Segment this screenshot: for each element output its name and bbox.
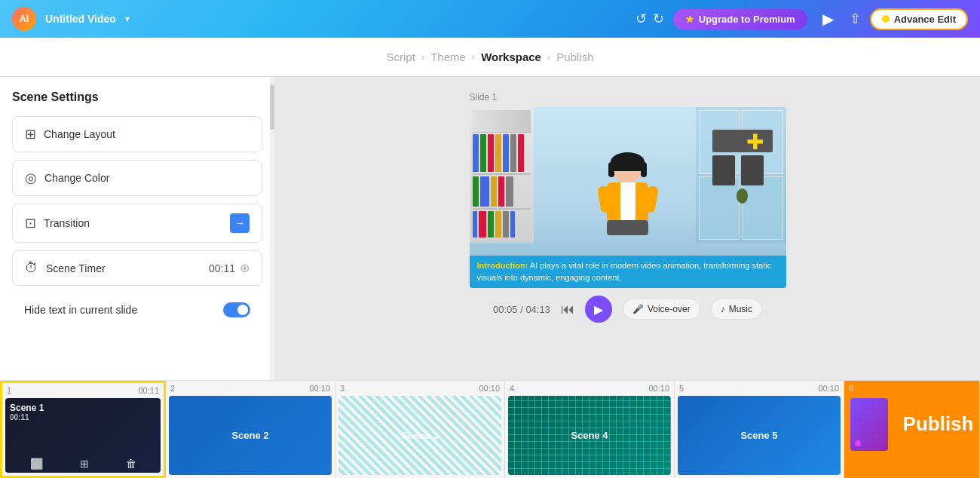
bookshelf-element [470,107,534,243]
color-icon: ◎ [25,170,37,186]
scene-4-thumb: Scene 4 [508,396,671,475]
scene-2-num: 2 [170,384,175,393]
hide-text-toggle[interactable] [223,302,250,317]
scene-6-num: 6 [849,384,853,393]
slide-frame: ✚ Introduction: AI plays a vital role in… [470,107,786,288]
share-button[interactable]: ⇧ [850,11,861,27]
nav-chevron-2: › [472,51,475,63]
nav-chevron-1: › [421,51,424,63]
slide-container: Slide 1 [470,92,786,323]
publish-label: Publish [903,412,974,436]
furniture-element [712,130,773,204]
timeline: 1 00:11 Scene 1 00:11 ⬜ ⊞ 🗑 2 00:10 Scen… [0,380,980,478]
music-button[interactable]: ♪ Music [711,299,762,320]
timeline-scene-2[interactable]: 2 00:10 Scene 2 [166,381,335,478]
undo-redo-controls: ↺ ↻ [635,11,664,27]
star-icon: ★ [685,14,694,25]
share-icon: ⇧ [850,11,861,26]
timer-value: 00:11 [209,262,235,274]
caption-intro: Introduction: [477,261,528,270]
app-title: Untitled Video [45,13,116,25]
sidebar-scrollbar[interactable] [270,77,274,380]
nav-workspace[interactable]: Workspace [481,51,541,63]
scene-3-time: 00:10 [479,384,500,393]
scene-3-thumb: Scene 3 [338,396,501,475]
caption-bar: Introduction: AI plays a vital role in m… [470,256,786,288]
scene-1-copy-button[interactable]: ⬜ [30,458,43,470]
nav-publish[interactable]: Publish [556,51,593,63]
undo-button[interactable]: ↺ [635,11,647,27]
scene-1-time: 00:11 [138,386,159,395]
timer-icon: ⏱ [25,260,38,276]
timeline-scene-1[interactable]: 1 00:11 Scene 1 00:11 ⬜ ⊞ 🗑 [0,381,166,478]
scene-2-thumb: Scene 2 [169,396,332,475]
preview-play-button[interactable]: ▶ [816,7,841,31]
caption-text: Introduction: AI plays a vital role in m… [477,260,779,283]
title-chevron-icon: ▾ [125,14,130,24]
scene-2-time: 00:10 [309,384,330,393]
player-controls: 00:05 / 04:13 ⏮ ▶ 🎤 Voice-over ♪ Music [470,296,786,323]
scene-6-dot [855,440,861,446]
scrollbar-thumb [270,84,274,130]
scene-4-time: 00:10 [648,384,669,393]
character-element [598,156,658,247]
skip-to-start-button[interactable]: ⏮ [561,302,574,317]
header: AI Untitled Video ▾ ↺ ↻ ★ Upgrade to Pre… [0,0,980,38]
sidebar: Scene Settings ⊞ Change Layout ◎ Change … [0,77,275,380]
play-pause-button[interactable]: ▶ [585,296,612,323]
canvas-area: Slide 1 [275,77,980,380]
scene-1-num: 1 [7,386,11,395]
publish-section: Publish [847,396,976,452]
scene-5-time: 00:10 [818,384,839,393]
decoration-plus: ✚ [746,130,764,155]
timeline-scene-5[interactable]: 5 00:10 Scene 5 [675,381,844,478]
upgrade-button[interactable]: ★ Upgrade to Premium [673,9,807,29]
scene-timer-row[interactable]: ⏱ Scene Timer 00:11 ⊕ [12,250,262,286]
scene-5-thumb: Scene 5 [678,396,841,475]
scene-6-thumb [850,398,888,451]
slide-label: Slide 1 [470,92,786,103]
advance-dot-icon [882,15,890,23]
change-layout-button[interactable]: ⊞ Change Layout [12,116,262,152]
scene-settings-title: Scene Settings [12,90,262,104]
timeline-scene-4[interactable]: 4 00:10 Scene 4 [505,381,675,478]
transition-icon: ⊡ [25,215,36,231]
transition-row[interactable]: ⊡ Transition → [12,204,262,243]
scene-1-thumb: Scene 1 00:11 ⬜ ⊞ 🗑 [5,398,161,473]
time-display: 00:05 / 04:13 [493,304,550,315]
microphone-icon: 🎤 [632,304,644,314]
voiceover-button[interactable]: 🎤 Voice-over [623,299,700,320]
advance-edit-button[interactable]: Advance Edit [870,8,968,30]
nav-chevron-3: › [547,51,550,63]
hide-text-row: Hide text in current slide [12,293,262,326]
redo-button[interactable]: ↻ [653,11,664,27]
scene-1-delete-button[interactable]: 🗑 [126,458,136,470]
scene-3-num: 3 [340,384,345,393]
scene-4-num: 4 [510,384,514,393]
layout-icon: ⊞ [25,126,36,142]
change-color-button[interactable]: ◎ Change Color [12,160,262,196]
timeline-scene-6[interactable]: 6 Publish [844,381,980,478]
nav-breadcrumb: Script › Theme › Workspace › Publish [0,38,980,77]
music-icon: ♪ [721,304,725,314]
play-icon: ▶ [822,10,834,28]
main-layout: Scene Settings ⊞ Change Layout ◎ Change … [0,77,980,380]
timer-plus-icon: ⊕ [240,261,250,275]
slide-background: ✚ Introduction: AI plays a vital role in… [470,107,786,288]
scene-1-grid-button[interactable]: ⊞ [80,458,89,470]
app-logo: AI [12,7,36,31]
scene-5-num: 5 [679,384,684,393]
timeline-scene-3[interactable]: 3 00:10 Scene 3 [335,381,505,478]
transition-arrow-icon: → [230,213,250,233]
nav-script[interactable]: Script [386,51,415,63]
nav-theme[interactable]: Theme [430,51,466,63]
